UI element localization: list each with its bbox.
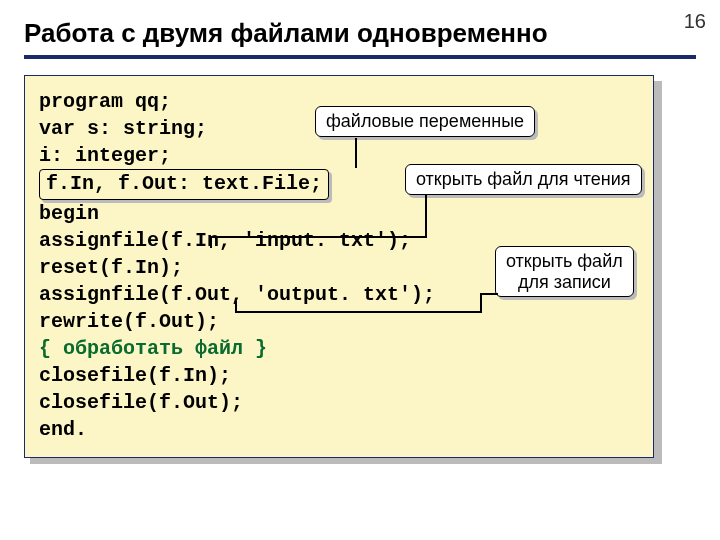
file-var-decl-box: f.In, f.Out: text.File; — [39, 169, 329, 200]
title-rule — [24, 55, 696, 59]
code-block: program qq; var s: string; i: integer; f… — [24, 75, 654, 458]
code-line: end. — [39, 416, 639, 443]
callout-file-variables: файловые переменные — [315, 106, 535, 137]
connector — [480, 293, 498, 295]
connector — [210, 236, 212, 248]
connector — [355, 138, 357, 168]
code-line: { обработать файл } — [39, 335, 639, 362]
code-line: closefile(f.Out); — [39, 389, 639, 416]
connector — [235, 311, 482, 313]
connector — [210, 236, 427, 238]
connector — [480, 293, 482, 311]
code-line: begin — [39, 200, 639, 227]
slide-title: Работа с двумя файлами одновременно — [24, 18, 696, 49]
connector — [235, 301, 237, 313]
page-number: 16 — [684, 10, 706, 33]
callout-line: для записи — [518, 272, 611, 292]
callout-line: открыть файл — [506, 251, 623, 271]
callout-open-read: открыть файл для чтения — [405, 164, 642, 195]
code-wrap: program qq; var s: string; i: integer; f… — [24, 75, 656, 458]
callout-open-write: открыть файл для записи — [495, 246, 634, 297]
comment: { обработать файл } — [39, 337, 267, 360]
connector — [425, 194, 427, 236]
code-line: closefile(f.In); — [39, 362, 639, 389]
